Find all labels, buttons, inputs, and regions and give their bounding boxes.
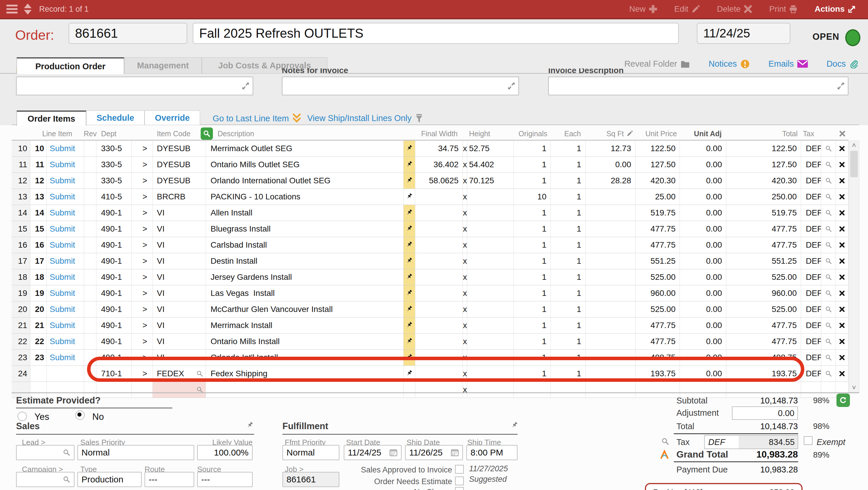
cell-unit-adj[interactable]: 0.00 (680, 301, 726, 317)
cell-unit-price[interactable]: 420.30 (636, 173, 680, 189)
estimate-no-radio[interactable] (75, 410, 85, 420)
cell-sqft[interactable] (586, 221, 636, 237)
cell-originals[interactable]: 1 (514, 157, 551, 172)
cell-description[interactable]: Jersey Gardens Install (206, 269, 404, 285)
cell-each[interactable]: 1 (551, 157, 586, 172)
row-search-icon[interactable] (821, 221, 836, 237)
cell-unit-adj[interactable]: 0.00 (680, 350, 726, 366)
order-date-field[interactable]: 11/24/25 (697, 23, 790, 44)
row-search-icon[interactable] (821, 205, 836, 221)
search-icon[interactable] (63, 476, 70, 483)
cell-description[interactable]: Destin Install (206, 253, 404, 269)
cell-description[interactable]: Allen Install (206, 205, 404, 221)
record-nav-arrows[interactable] (24, 3, 32, 15)
row-expand-chevron[interactable]: > (132, 173, 153, 189)
row-search-icon[interactable] (821, 318, 836, 333)
cell-description[interactable]: Carlsbad Install (206, 237, 404, 253)
row-expand-chevron[interactable]: > (132, 334, 153, 349)
cell-unit-price[interactable]: 477.75 (636, 237, 680, 253)
order-number-field[interactable]: 861661 (69, 23, 187, 44)
row-expand-chevron[interactable]: > (132, 269, 153, 285)
row-search-icon[interactable] (821, 173, 836, 189)
cell-item-code[interactable]: VI (153, 221, 206, 237)
cell-description[interactable]: PACKING - 10 Locations (206, 189, 404, 205)
sales-approved-checkbox[interactable] (455, 465, 464, 473)
pin-icon[interactable] (246, 422, 254, 430)
row-expand-chevron[interactable]: > (132, 350, 153, 366)
row-search-icon[interactable] (821, 141, 836, 156)
order-needs-estimate-checkbox[interactable] (455, 477, 464, 485)
topbar-new-button[interactable]: New (629, 4, 657, 14)
cell-total[interactable]: 420.30 (726, 173, 801, 189)
cell-sqft[interactable] (586, 350, 636, 366)
cell-tax[interactable]: DEF (801, 334, 821, 349)
cell-height[interactable] (467, 189, 514, 205)
cell-dept[interactable]: 330-5 (96, 173, 132, 189)
cell-unit-adj[interactable]: 0.00 (680, 334, 726, 349)
record-prev-icon[interactable] (24, 3, 32, 8)
ship-date-input[interactable]: 11/26/25 (405, 445, 463, 460)
cell-originals[interactable]: 1 (514, 253, 551, 269)
row-expand-chevron[interactable]: > (132, 301, 153, 317)
cell-final-width[interactable]: 34.75 (415, 141, 463, 156)
row-delete-icon[interactable] (836, 334, 848, 349)
cell-total[interactable]: 477.75 (726, 221, 801, 237)
submit-link[interactable]: Submit (47, 173, 84, 189)
cell-dept[interactable]: 490-1 (96, 350, 132, 366)
cell-description[interactable]: Ontario Mills Install (206, 334, 404, 349)
cell-originals[interactable]: 1 (514, 237, 551, 253)
submit-link[interactable]: Submit (47, 141, 84, 156)
cell-unit-price[interactable]: 477.75 (636, 221, 680, 237)
cell-description[interactable]: Las Vegas Install (206, 285, 404, 301)
scrollbar-thumb[interactable] (850, 151, 858, 177)
row-expand-chevron[interactable]: > (132, 221, 153, 237)
row-delete-icon[interactable] (836, 173, 848, 189)
cell-tax[interactable]: DEF (801, 350, 821, 366)
row-delete-icon[interactable] (836, 237, 848, 253)
cell-description[interactable]: Fedex Shipping (206, 366, 404, 381)
route-input[interactable]: --- (145, 472, 194, 487)
cell-each[interactable]: 1 (551, 205, 586, 221)
header-search-button[interactable] (200, 127, 213, 140)
cell-dept[interactable]: 490-1 (96, 285, 132, 301)
cell-item-code[interactable]: VI (153, 318, 206, 333)
cell-total[interactable]: 551.25 (726, 253, 801, 269)
cell-tax[interactable]: DEF (801, 318, 821, 333)
topbar-print-button[interactable]: Print (769, 4, 798, 14)
row-delete-icon[interactable] (836, 157, 848, 172)
cell-dept[interactable]: 410-5 (96, 189, 132, 205)
cell-item-code[interactable]: BRCRB (153, 189, 206, 205)
search-icon[interactable] (63, 449, 70, 456)
cell-originals[interactable]: 10 (514, 189, 551, 205)
cell-unit-adj[interactable]: 0.00 (680, 157, 726, 172)
tax-search-icon[interactable] (661, 437, 670, 445)
cell-each[interactable]: 1 (551, 366, 586, 381)
pin-icon[interactable] (404, 285, 415, 301)
cell-tax[interactable]: DEF (801, 366, 821, 381)
cell-total[interactable]: 250.00 (726, 189, 801, 205)
cell-originals[interactable]: 1 (514, 141, 551, 156)
row-search-icon[interactable] (821, 366, 836, 381)
cell-sqft[interactable] (586, 253, 636, 269)
pin-icon[interactable] (404, 350, 415, 366)
cell-dept[interactable]: 490-1 (96, 205, 132, 221)
cell-dept[interactable]: 710-1 (96, 366, 132, 381)
row-delete-icon[interactable] (836, 205, 848, 221)
cell-each[interactable]: 1 (551, 173, 586, 189)
link-view-ship-install-lines-only[interactable]: View Ship/Install Lines Only (307, 113, 423, 123)
cell-height[interactable] (467, 285, 514, 301)
cell-unit-adj[interactable]: 0.00 (680, 189, 726, 205)
cell-total[interactable]: 122.50 (726, 141, 801, 156)
cell-originals[interactable]: 1 (514, 205, 551, 221)
cell-final-width[interactable] (415, 237, 463, 253)
pin-icon[interactable] (404, 253, 415, 269)
row-search-icon[interactable] (821, 350, 836, 366)
cell-total[interactable]: 477.75 (726, 318, 801, 333)
submit-link[interactable]: Submit (47, 301, 84, 317)
pin-icon[interactable] (510, 422, 519, 430)
scroll-down-icon[interactable]: ˅ (852, 383, 856, 392)
row-expand-chevron[interactable]: > (132, 157, 153, 172)
pencil-icon[interactable] (626, 130, 633, 137)
cell-item-code[interactable]: FEDEX (153, 366, 206, 381)
row-search-icon[interactable] (821, 301, 836, 317)
